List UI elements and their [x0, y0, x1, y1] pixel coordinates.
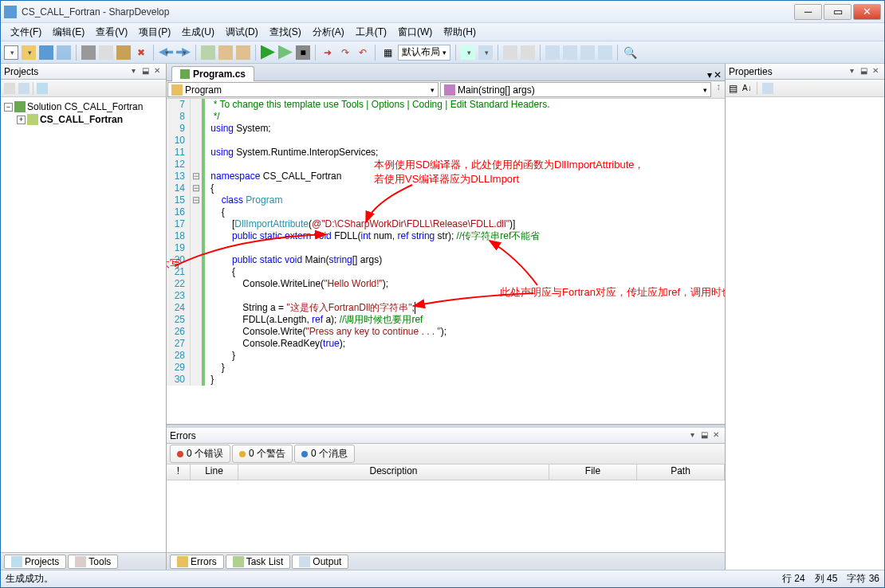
col-path[interactable]: Path — [637, 465, 725, 480]
menu-search[interactable]: 查找(S) — [265, 24, 306, 41]
menu-edit[interactable]: 编辑(E) — [48, 24, 89, 41]
errors-table[interactable]: ! Line Description File Path — [167, 465, 725, 552]
step-out-button[interactable]: ↶ — [356, 45, 370, 60]
menu-debug[interactable]: 调试(D) — [221, 24, 263, 41]
run-button[interactable] — [261, 45, 275, 60]
alphabetical-icon[interactable]: A↓ — [742, 84, 752, 92]
redo-button[interactable] — [176, 45, 191, 60]
code-line[interactable]: 19 — [167, 242, 725, 254]
output-tab[interactable]: Output — [292, 555, 348, 569]
code-line[interactable]: 8 */ — [167, 111, 725, 123]
minimize-button[interactable]: ─ — [794, 4, 822, 20]
code-line[interactable]: 16 { — [167, 206, 725, 218]
code-line[interactable]: 23 — [167, 290, 725, 302]
errors-dropdown-icon[interactable]: ▾ — [686, 430, 698, 441]
project-tree[interactable]: − Solution CS_CALL_Fortran + CS_CALL_For… — [1, 97, 166, 552]
indent-button[interactable] — [503, 45, 517, 60]
menu-window[interactable]: 窗口(W) — [393, 24, 437, 41]
code-line[interactable]: 12 — [167, 159, 725, 171]
projects-dropdown-icon[interactable]: ▾ — [128, 66, 139, 77]
expand-icon[interactable]: + — [17, 116, 26, 124]
warnings-count-tab[interactable]: 0 个警告 — [232, 445, 293, 463]
code-line[interactable]: 30 } — [167, 374, 725, 386]
refresh-icon[interactable] — [18, 83, 30, 94]
messages-count-tab[interactable]: 0 个消息 — [294, 445, 355, 463]
split-icon[interactable]: ↕ — [712, 81, 725, 98]
col-line[interactable]: Line — [191, 465, 238, 480]
properties-close-icon[interactable]: ✕ — [870, 66, 881, 77]
tab-close-icon[interactable]: ✕ — [714, 69, 722, 80]
code-line[interactable]: 28 } — [167, 350, 725, 362]
projects-tab[interactable]: Projects — [4, 555, 66, 569]
comment-button[interactable] — [545, 45, 560, 60]
new-file-button[interactable] — [4, 45, 18, 60]
step-over-button[interactable]: ↷ — [338, 45, 352, 60]
outdent-button[interactable] — [521, 45, 535, 60]
show-all-icon[interactable] — [4, 83, 15, 94]
menu-project[interactable]: 项目(P) — [134, 24, 175, 41]
col-bang[interactable]: ! — [167, 465, 191, 480]
tabs-dropdown-icon[interactable]: ▾ — [707, 69, 712, 80]
tasklist-tab[interactable]: Task List — [226, 555, 291, 569]
errors-pin-icon[interactable]: ⬓ — [698, 430, 710, 441]
code-line[interactable]: 11 using System.Runtime.InteropServices; — [167, 147, 725, 159]
cut-button[interactable] — [81, 45, 96, 60]
code-line[interactable]: 9 using System; — [167, 123, 725, 135]
projects-pin-icon[interactable]: ⬓ — [140, 66, 151, 77]
toggle-bookmark-button[interactable] — [201, 45, 215, 60]
open-button[interactable] — [22, 45, 36, 60]
prev-bookmark-button[interactable] — [218, 45, 233, 60]
properties-pin-icon[interactable]: ⬓ — [858, 66, 869, 77]
menu-file[interactable]: 文件(F) — [6, 24, 46, 41]
code-line[interactable]: 17 [DllImportAttribute(@"D:\CSharpWorkDi… — [167, 218, 725, 230]
menu-view[interactable]: 查看(V) — [91, 24, 132, 41]
col-file[interactable]: File — [549, 465, 637, 480]
code-line[interactable]: 22 Console.WriteLine("Hello World!"); — [167, 278, 725, 290]
maximize-button[interactable]: ▭ — [824, 4, 852, 20]
solution-node[interactable]: − Solution CS_CALL_Fortran — [4, 100, 163, 113]
menu-analyze[interactable]: 分析(A) — [308, 24, 349, 41]
next-bookmark-button[interactable] — [236, 45, 250, 60]
class-nav-combo[interactable]: Program ▾ — [167, 82, 439, 97]
code-line[interactable]: 27 Console.ReadKey(true); — [167, 338, 725, 350]
expand-icon[interactable]: − — [4, 103, 13, 112]
layout-combo[interactable]: 默认布局▾ — [398, 45, 450, 61]
paste-button[interactable] — [116, 45, 131, 60]
stop-button[interactable]: ■ — [296, 45, 310, 60]
code-line[interactable]: 29 } — [167, 362, 725, 374]
save-button[interactable] — [39, 45, 53, 60]
nav-back-button[interactable] — [598, 45, 612, 60]
code-line[interactable]: 7 * To change this template use Tools | … — [167, 99, 725, 111]
properties-pane-icon[interactable] — [37, 83, 48, 94]
properties-page-icon[interactable] — [762, 83, 773, 94]
properties-dropdown-icon[interactable]: ▾ — [846, 66, 857, 77]
format-button[interactable] — [580, 45, 595, 60]
errors-count-tab[interactable]: 0 个错误 — [170, 445, 230, 463]
errors-close-icon[interactable]: ✕ — [710, 430, 722, 441]
save-all-button[interactable] — [57, 45, 71, 60]
categorized-icon[interactable]: ▤ — [729, 83, 738, 94]
run-nodebug-button[interactable] — [278, 45, 293, 60]
search-button[interactable]: 🔍 — [623, 45, 637, 60]
code-line[interactable]: 26 Console.Write("Press any key to conti… — [167, 326, 725, 338]
code-line[interactable]: 18 public static extern void FDLL(int nu… — [167, 230, 725, 242]
tab-program-cs[interactable]: Program.cs — [171, 66, 254, 81]
code-line[interactable]: 14⊟ { — [167, 182, 725, 194]
delete-button[interactable]: ✖ — [134, 45, 148, 60]
menu-help[interactable]: 帮助(H) — [439, 24, 481, 41]
projects-close-icon[interactable]: ✕ — [151, 66, 163, 77]
code-line[interactable]: 10 — [167, 135, 725, 147]
col-description[interactable]: Description — [238, 465, 549, 480]
code-editor[interactable]: 7 * To change this template use Tools | … — [167, 99, 725, 425]
menu-tools[interactable]: 工具(T) — [351, 24, 391, 41]
uncomment-button[interactable] — [563, 45, 577, 60]
tool-a-button[interactable] — [461, 45, 475, 60]
copy-button[interactable] — [99, 45, 113, 60]
step-into-button[interactable]: ➜ — [321, 45, 335, 60]
code-line[interactable]: 25 FDLL(a.Length, ref a); //调用时候也要用ref — [167, 314, 725, 326]
undo-button[interactable] — [159, 45, 173, 60]
code-line[interactable]: 24 String a = "这是传入FortranDll的字符串"; — [167, 302, 725, 314]
tool-b-button[interactable] — [478, 45, 493, 60]
layout-picker-icon[interactable]: ▦ — [380, 45, 395, 60]
code-line[interactable]: 20 public static void Main(string[] args… — [167, 254, 725, 266]
